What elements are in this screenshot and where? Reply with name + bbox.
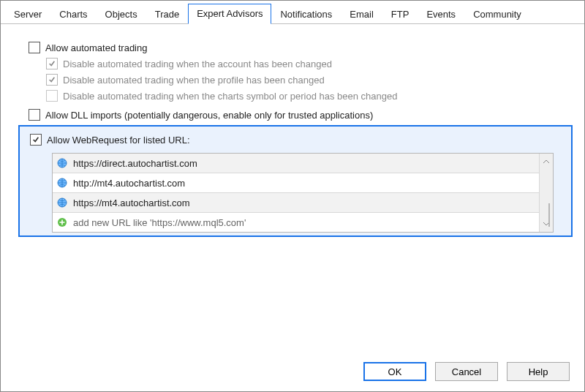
- checkbox-disable-on-account[interactable]: [46, 58, 58, 69]
- scroll-thumb[interactable]: [548, 203, 550, 227]
- tab-email[interactable]: Email: [341, 4, 382, 24]
- ok-button[interactable]: OK: [363, 362, 426, 381]
- tab-community[interactable]: Community: [464, 4, 530, 24]
- checkbox-disable-on-symbol[interactable]: [46, 90, 58, 102]
- url-text: https://mt4.autochartist.com: [73, 197, 190, 208]
- dialog-buttons: OK Cancel Help: [363, 362, 570, 381]
- url-text: http://mt4.autochartist.com: [73, 178, 185, 189]
- url-item[interactable]: http://mt4.autochartist.com: [53, 173, 539, 193]
- label-allow-dll: Allow DLL imports (potentially dangerous…: [45, 110, 373, 121]
- label-disable-on-symbol: Disable automated trading when the chart…: [63, 91, 397, 102]
- url-listbox[interactable]: https://direct.autochartist.com http://m…: [52, 153, 554, 233]
- label-allow-auto-trading: Allow automated trading: [45, 42, 147, 53]
- scroll-down-icon[interactable]: [540, 216, 553, 232]
- tab-objects[interactable]: Objects: [97, 4, 146, 24]
- globe-icon: [57, 158, 67, 168]
- globe-icon: [57, 178, 67, 188]
- webrequest-section: Allow WebRequest for listed URL: https:/…: [18, 125, 573, 237]
- url-item[interactable]: https://mt4.autochartist.com: [53, 193, 539, 213]
- url-text: https://direct.autochartist.com: [73, 158, 197, 169]
- plus-icon: [57, 217, 67, 227]
- tab-expert-advisors[interactable]: Expert Advisors: [188, 4, 271, 24]
- checkbox-allow-dll[interactable]: [29, 109, 40, 121]
- tab-trade[interactable]: Trade: [146, 4, 188, 24]
- help-button[interactable]: Help: [507, 362, 570, 381]
- tab-strip: Server Charts Objects Trade Expert Advis…: [1, 1, 584, 24]
- url-add-placeholder: add new URL like 'https://www.mql5.com': [73, 217, 246, 228]
- tab-charts[interactable]: Charts: [50, 4, 96, 24]
- tab-events[interactable]: Events: [418, 4, 464, 24]
- checkbox-allow-auto-trading[interactable]: [29, 42, 40, 53]
- checkbox-disable-on-profile[interactable]: [46, 74, 58, 86]
- label-disable-on-profile: Disable automated trading when the profi…: [63, 75, 325, 86]
- label-disable-on-account: Disable automated trading when the accou…: [63, 59, 332, 69]
- scroll-up-icon[interactable]: [540, 154, 553, 170]
- url-add-row[interactable]: add new URL like 'https://www.mql5.com': [53, 213, 539, 232]
- cancel-button[interactable]: Cancel: [435, 362, 498, 381]
- options-dialog: Server Charts Objects Trade Expert Advis…: [0, 0, 585, 392]
- globe-icon: [57, 197, 67, 208]
- tab-panel-expert-advisors: Allow automated trading Disable automate…: [1, 24, 584, 288]
- checkbox-allow-webrequest[interactable]: [30, 134, 42, 146]
- scrollbar[interactable]: [539, 154, 553, 232]
- tab-server[interactable]: Server: [5, 4, 50, 24]
- label-allow-webrequest: Allow WebRequest for listed URL:: [47, 135, 190, 146]
- tab-ftp[interactable]: FTP: [382, 4, 418, 24]
- tab-notifications[interactable]: Notifications: [271, 4, 341, 24]
- url-item[interactable]: https://direct.autochartist.com: [53, 154, 539, 173]
